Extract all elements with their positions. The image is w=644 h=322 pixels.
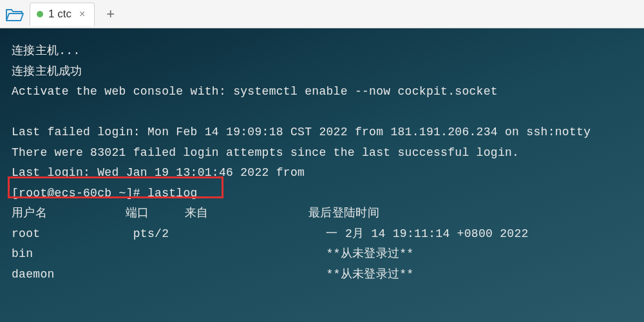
lastlog-row: bin **从未登录过** (12, 244, 632, 265)
lastlog-header: 用户名 端口 来自 最后登陆时间 (12, 204, 632, 224)
terminal-line: 连接主机成功 (12, 62, 632, 82)
new-tab-button[interactable]: + (100, 6, 121, 23)
lastlog-row: daemon **从未登录过** (12, 265, 632, 285)
terminal-line: Last failed login: Mon Feb 14 19:09:18 C… (12, 122, 632, 143)
lastlog-row: root pts/2 一 2月 14 19:11:14 +0800 2022 (12, 224, 632, 245)
folder-open-icon[interactable] (5, 6, 24, 22)
terminal-line: 连接主机... (12, 41, 632, 62)
terminal-prompt-line: [root@ecs-60cb ~]# lastlog (12, 184, 632, 204)
tab-active[interactable]: 1 ctc × (30, 3, 95, 26)
terminal-line (12, 102, 632, 123)
tab-label: 1 ctc (48, 8, 71, 21)
terminal-line: There were 83021 failed login attempts s… (12, 143, 632, 164)
terminal-line: Last login: Wed Jan 19 13:01:46 2022 fro… (12, 163, 632, 184)
close-icon[interactable]: × (77, 8, 88, 20)
tab-bar: 1 ctc × + (0, 0, 644, 28)
terminal-line: Activate the web console with: systemctl… (12, 82, 632, 102)
status-dot-icon (37, 11, 43, 17)
terminal-output[interactable]: 连接主机... 连接主机成功 Activate the web console … (0, 28, 644, 322)
